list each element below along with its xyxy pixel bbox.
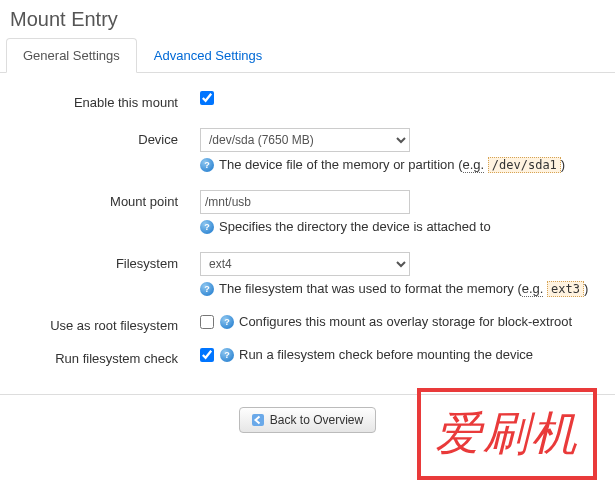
checkbox-enable-mount[interactable] <box>200 91 214 105</box>
label-root-filesystem: Use as root filesystem <box>10 314 200 333</box>
label-filesystem: Filesystem <box>10 252 200 271</box>
hint-mount-point-text: Specifies the directory the device is at… <box>219 219 491 234</box>
hint-filesystem-text: The filesystem that was used to format t… <box>219 281 522 296</box>
help-icon: ? <box>220 348 234 362</box>
select-device[interactable]: /dev/sda (7650 MB) <box>200 128 410 152</box>
hint-filesystem-post: ) <box>584 281 588 296</box>
hint-filesystem-code: ext3 <box>547 281 584 297</box>
help-icon: ? <box>200 282 214 296</box>
help-icon: ? <box>220 315 234 329</box>
form-general-settings: Enable this mount Device /dev/sda (7650 … <box>0 73 615 394</box>
hint-device: ? The device file of the memory or parti… <box>200 157 605 172</box>
help-icon: ? <box>200 158 214 172</box>
hint-filesystem-eg: e.g. <box>522 281 544 297</box>
tab-general-settings[interactable]: General Settings <box>6 38 137 73</box>
hint-root-filesystem-text: Configures this mount as overlay storage… <box>239 314 572 329</box>
select-filesystem[interactable]: ext4 <box>200 252 410 276</box>
back-to-overview-label: Back to Overview <box>270 413 363 427</box>
label-mount-point: Mount point <box>10 190 200 209</box>
hint-fsck-text: Run a filesystem check before mounting t… <box>239 347 533 362</box>
hint-fsck: ? Run a filesystem check before mounting… <box>220 347 533 362</box>
back-arrow-icon <box>252 414 264 426</box>
hint-device-code: /dev/sda1 <box>488 157 561 173</box>
tab-bar: General Settings Advanced Settings <box>0 37 615 73</box>
page-title: Mount Entry <box>0 0 615 37</box>
hint-device-eg: e.g. <box>463 157 485 173</box>
back-to-overview-button[interactable]: Back to Overview <box>239 407 376 433</box>
label-fsck: Run filesystem check <box>10 347 200 366</box>
checkbox-fsck[interactable] <box>200 348 214 362</box>
svg-rect-0 <box>252 414 264 426</box>
hint-mount-point: ? Specifies the directory the device is … <box>200 219 605 234</box>
label-device: Device <box>10 128 200 147</box>
label-enable-mount: Enable this mount <box>10 91 200 110</box>
hint-filesystem: ? The filesystem that was used to format… <box>200 281 605 296</box>
footer: Back to Overview <box>0 394 615 441</box>
help-icon: ? <box>200 220 214 234</box>
hint-device-text: The device file of the memory or partiti… <box>219 157 463 172</box>
hint-device-post: ) <box>561 157 565 172</box>
hint-root-filesystem: ? Configures this mount as overlay stora… <box>220 314 572 329</box>
tab-advanced-settings[interactable]: Advanced Settings <box>137 38 279 73</box>
input-mount-point[interactable] <box>200 190 410 214</box>
checkbox-root-filesystem[interactable] <box>200 315 214 329</box>
